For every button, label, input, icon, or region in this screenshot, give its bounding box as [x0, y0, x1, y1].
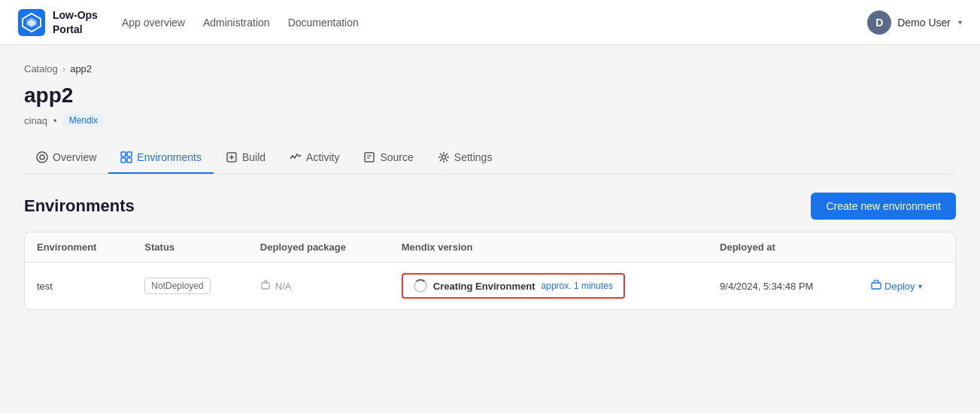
- nav-administration[interactable]: Administration: [203, 11, 270, 35]
- cell-deployed-at: 9/4/2024, 5:34:48 PM: [708, 263, 859, 310]
- avatar: D: [867, 11, 891, 35]
- navbar: Low-Ops Portal App overview Administrati…: [0, 0, 980, 45]
- tab-environments[interactable]: Environments: [108, 142, 214, 174]
- creating-environment-box: Creating Environment approx. 1 minutes: [402, 273, 625, 299]
- tab-source-label: Source: [380, 151, 413, 163]
- table-row: test NotDeployed N/A: [25, 263, 955, 310]
- cell-mendix-version: Creating Environment approx. 1 minutes: [390, 263, 708, 310]
- environments-table: Environment Status Deployed package Mend…: [25, 232, 955, 309]
- tabs-bar: Overview Environments Build Activity Sou…: [24, 142, 956, 175]
- user-menu[interactable]: D Demo User ▾: [867, 11, 962, 35]
- tab-overview-label: Overview: [53, 151, 96, 163]
- mendix-badge: Mendix: [63, 114, 105, 127]
- activity-icon: [290, 151, 302, 163]
- col-status: Status: [132, 232, 248, 263]
- na-label: N/A: [275, 281, 292, 292]
- chevron-down-icon: ▾: [958, 18, 962, 26]
- col-environment: Environment: [25, 232, 132, 263]
- build-icon: [226, 151, 238, 163]
- nav-documentation[interactable]: Documentation: [288, 11, 359, 35]
- deploy-icon: [871, 280, 881, 293]
- breadcrumb-separator: ›: [62, 63, 65, 74]
- cell-deployed-package: N/A: [248, 263, 390, 310]
- status-badge: NotDeployed: [144, 278, 210, 294]
- loading-spinner: [414, 279, 427, 293]
- cell-environment-name: test: [25, 263, 132, 310]
- svg-rect-13: [365, 153, 374, 162]
- tab-overview[interactable]: Overview: [24, 142, 108, 174]
- svg-rect-6: [121, 152, 126, 156]
- svg-rect-8: [121, 158, 126, 162]
- svg-rect-7: [127, 152, 132, 156]
- table-header: Environment Status Deployed package Mend…: [25, 232, 955, 263]
- logo-icon: [18, 9, 45, 36]
- col-actions: [859, 232, 955, 263]
- cell-status: NotDeployed: [132, 263, 248, 310]
- settings-icon: [438, 151, 450, 163]
- create-new-environment-button[interactable]: Create new environment: [811, 193, 956, 220]
- overview-icon: [36, 151, 48, 163]
- col-deployed-package: Deployed package: [248, 232, 390, 263]
- svg-rect-18: [872, 283, 881, 289]
- creating-environment-label: Creating Environment: [433, 281, 536, 292]
- owner-label: cinaq: [24, 115, 47, 126]
- tab-source[interactable]: Source: [351, 142, 425, 174]
- svg-point-16: [441, 156, 445, 159]
- tab-settings-label: Settings: [454, 151, 493, 163]
- cell-action: Deploy ▾: [859, 263, 955, 310]
- svg-rect-17: [262, 283, 269, 289]
- package-icon: [260, 280, 271, 293]
- environments-title: Environments: [24, 196, 135, 216]
- tags-row: cinaq • Mendix: [24, 114, 956, 127]
- deploy-action[interactable]: Deploy ▾: [871, 280, 943, 293]
- logo[interactable]: Low-Ops Portal: [18, 8, 98, 35]
- environments-table-container: Environment Status Deployed package Mend…: [24, 232, 956, 310]
- col-mendix-version: Mendix version: [390, 232, 708, 263]
- nav-links: App overview Administration Documentatio…: [122, 11, 843, 35]
- tab-activity[interactable]: Activity: [278, 142, 351, 174]
- svg-point-5: [40, 155, 44, 159]
- tab-settings[interactable]: Settings: [426, 142, 505, 174]
- user-name: Demo User: [897, 17, 951, 29]
- tab-activity-label: Activity: [306, 151, 339, 163]
- deploy-label: Deploy: [884, 281, 915, 292]
- svg-point-4: [37, 152, 47, 162]
- breadcrumb-catalog[interactable]: Catalog: [24, 63, 58, 74]
- section-header: Environments Create new environment: [24, 175, 956, 232]
- table-body: test NotDeployed N/A: [25, 263, 955, 310]
- deploy-chevron-icon: ▾: [918, 282, 922, 290]
- nav-app-overview[interactable]: App overview: [122, 11, 185, 35]
- col-deployed-at: Deployed at: [708, 232, 859, 263]
- breadcrumb: Catalog › app2: [24, 63, 956, 74]
- tab-build[interactable]: Build: [214, 142, 278, 174]
- tag-separator: •: [53, 115, 57, 126]
- breadcrumb-app2: app2: [70, 63, 92, 74]
- page-title: app2: [24, 84, 956, 108]
- main-content: Catalog › app2 app2 cinaq • Mendix Overv…: [0, 45, 980, 328]
- source-icon: [363, 151, 375, 163]
- tab-build-label: Build: [242, 151, 265, 163]
- logo-text: Low-Ops Portal: [53, 8, 98, 35]
- environments-icon: [120, 151, 132, 163]
- approx-time-label: approx. 1 minutes: [542, 281, 613, 291]
- svg-rect-9: [127, 158, 132, 162]
- tab-environments-label: Environments: [137, 151, 202, 163]
